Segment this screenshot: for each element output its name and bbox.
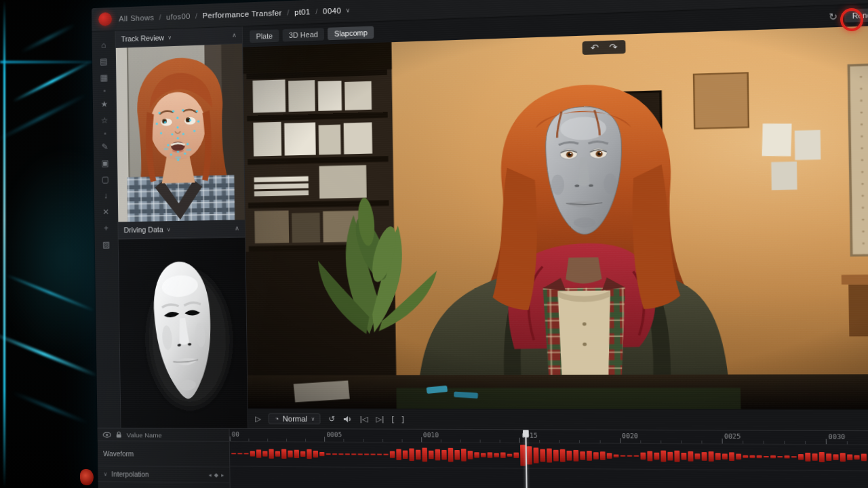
redo-icon[interactable]: ↷ — [609, 42, 617, 53]
waveform-bar — [600, 451, 606, 460]
waveform-bar — [847, 454, 852, 460]
edit-icon[interactable]: ✎ — [102, 142, 108, 150]
waveform-track-row[interactable]: Waveform — [98, 441, 229, 467]
home-icon[interactable]: ⌂ — [101, 41, 106, 49]
waveform-bar — [338, 453, 343, 455]
tab-3d-head[interactable]: 3D Head — [282, 28, 324, 42]
waveform-bar — [513, 452, 519, 458]
chevron-down-icon: ∨ — [345, 7, 350, 14]
package-icon[interactable]: ▢ — [102, 176, 109, 184]
chevron-down-icon: ∨ — [311, 415, 315, 422]
star-icon[interactable]: ★ — [100, 100, 108, 108]
waveform-bar — [547, 449, 552, 463]
breadcrumb-item[interactable]: All Shows — [119, 14, 154, 23]
left-panel-column: Track Review ∨ ∧ — [115, 26, 248, 428]
light-streak — [0, 94, 87, 142]
waveform-bar — [275, 451, 280, 457]
waveform-bar — [647, 451, 652, 461]
breadcrumb-item[interactable]: ufos00 — [166, 12, 191, 21]
waveform-bar — [520, 445, 526, 466]
breadcrumb-item[interactable]: 0040 — [323, 6, 341, 15]
waveform-bar — [749, 455, 755, 458]
collapse-icon[interactable]: ∧ — [235, 225, 239, 232]
eye-icon[interactable] — [103, 432, 111, 438]
chevron-down-icon: ∨ — [167, 226, 171, 232]
apps-grid-icon[interactable]: ▦ — [100, 73, 108, 81]
ruler-tick — [722, 439, 723, 443]
waveform-bar — [715, 453, 721, 461]
waveform-bar — [231, 453, 236, 454]
waveform-bar — [736, 454, 741, 460]
track-review-video[interactable] — [116, 44, 245, 222]
waveform-bar — [757, 455, 762, 458]
waveform-bar — [383, 454, 388, 455]
waveform-bar — [784, 455, 789, 458]
light-streak — [12, 60, 92, 103]
download-icon[interactable]: ↓ — [104, 192, 108, 200]
interpolation-track-row[interactable]: ∨ Interpolation ◂ ◆ ▸ — [98, 466, 229, 483]
waveform-bar — [607, 453, 612, 459]
rail-divider-dot — [104, 133, 106, 135]
breadcrumb-item[interactable]: pt01 — [294, 7, 311, 16]
breadcrumb: All Shows/ufos00/Performance Transfer/pt… — [119, 6, 351, 23]
ruler-tick — [421, 437, 422, 442]
waveform-bar — [345, 453, 350, 455]
next-keyframe-icon[interactable]: ▸ — [221, 472, 224, 478]
waveform-bar — [580, 451, 585, 460]
step-forward-button[interactable]: ▷| — [376, 414, 384, 423]
waveform-bar — [319, 452, 324, 457]
waveform-bar — [764, 456, 769, 458]
waveform-bar — [351, 453, 356, 455]
collapse-icon[interactable]: ∧ — [232, 32, 237, 39]
waveform-bar — [567, 451, 572, 460]
mark-out-button[interactable]: ] — [401, 415, 403, 423]
undo-icon[interactable]: ↶ — [591, 42, 599, 53]
timeline-lanes[interactable]: 000005001000150020002500300035 — [230, 429, 868, 488]
play-button[interactable]: ▷ — [255, 414, 261, 423]
waveform-bar — [396, 449, 401, 460]
waveform-bar — [819, 452, 825, 462]
keyframe-icon[interactable]: ◆ — [214, 472, 218, 478]
waveform-bar — [237, 453, 242, 454]
playback-speed-dropdown[interactable]: ◔ Normal ∨ — [269, 413, 321, 425]
driving-data-header[interactable]: Driving Data ∨ ∧ — [118, 220, 245, 239]
viewport[interactable]: ↶ ↷ — [243, 22, 868, 409]
app-logo-icon[interactable] — [98, 12, 112, 26]
breadcrumb-item[interactable]: Performance Transfer — [202, 9, 281, 20]
mark-in-button[interactable]: [ — [392, 415, 394, 423]
delete-icon[interactable]: ✕ — [102, 208, 109, 216]
lock-icon[interactable] — [116, 431, 122, 438]
refresh-icon[interactable]: ↻ — [829, 11, 837, 22]
layers-icon[interactable]: ▣ — [101, 159, 108, 167]
waveform-bar — [833, 455, 838, 460]
add-icon[interactable]: + — [104, 224, 108, 232]
breadcrumb-separator: / — [315, 7, 318, 16]
waveform-bar — [674, 450, 679, 462]
driving-data-mask[interactable] — [119, 237, 248, 428]
tab-slapcomp[interactable]: Slapcomp — [328, 26, 374, 40]
step-back-button[interactable]: |◁ — [360, 414, 368, 423]
light-streak — [5, 274, 94, 312]
loop-button[interactable]: ↺ — [328, 414, 335, 423]
waveform-bar — [409, 448, 414, 461]
waveform-bar — [358, 453, 363, 455]
image-icon[interactable]: ▨ — [102, 241, 110, 249]
volume-button[interactable] — [342, 415, 352, 422]
column-header-label: Value Name — [127, 431, 162, 439]
star-outline-icon[interactable]: ☆ — [101, 116, 108, 124]
bookmark-icon[interactable]: ▤ — [100, 57, 107, 65]
breadcrumb-separator: / — [195, 12, 198, 20]
timeline-track-column: Value Name Waveform ∨ Interpolation ◂ ◆ … — [98, 428, 231, 488]
watermark-logo — [80, 469, 94, 485]
waveform-bar — [640, 453, 646, 460]
light-streak — [3, 0, 5, 488]
playhead-handle[interactable] — [523, 430, 529, 436]
waveform-bar — [370, 453, 375, 455]
waveform-bar — [500, 453, 506, 458]
prev-keyframe-icon[interactable]: ◂ — [209, 472, 212, 478]
waveform-bar — [294, 449, 299, 458]
ruler-tick — [826, 439, 827, 445]
waveform-bar — [435, 449, 441, 460]
chevron-down-icon[interactable]: ∨ — [103, 471, 107, 477]
tab-plate[interactable]: Plate — [250, 29, 279, 43]
